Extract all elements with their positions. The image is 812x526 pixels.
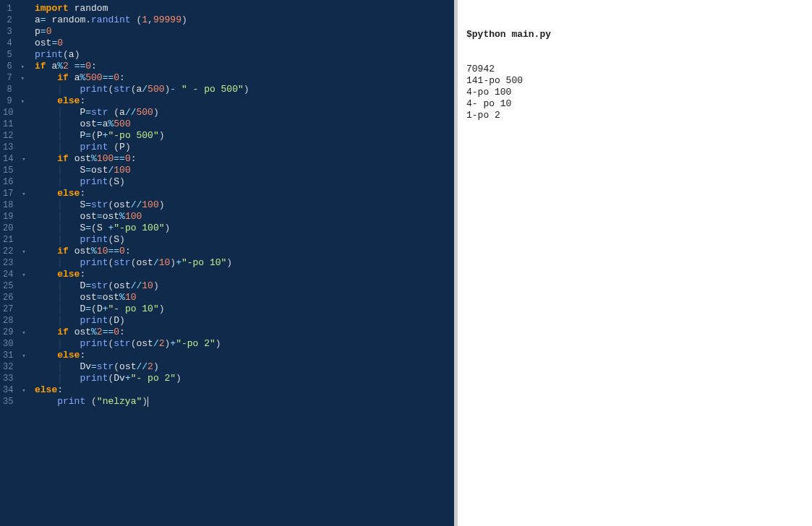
code-line[interactable]: if a%500==0: (35, 72, 450, 84)
line-number: 29 ▾ (3, 327, 25, 338)
fold-icon[interactable]: ▾ (20, 189, 26, 200)
output-line: 141-po 500 (466, 75, 803, 87)
line-number: 32 (3, 361, 25, 373)
code-line[interactable]: if ost%100==0: (35, 153, 450, 165)
code-line[interactable]: │ print(str(ost/2)+"-po 2") (35, 338, 450, 350)
code-line[interactable]: else: (35, 350, 450, 361)
code-line[interactable]: else: (35, 384, 450, 396)
code-line[interactable]: a= random.randint (1,99999) (35, 14, 450, 26)
line-number: 2 (3, 14, 25, 26)
code-line[interactable]: │ P=str (a//500) (35, 107, 450, 118)
line-number: 8 (3, 84, 25, 95)
line-number: 27 (3, 303, 25, 315)
code-line[interactable]: │ S=str(ost//100) (35, 199, 450, 211)
line-number: 14 ▾ (3, 153, 25, 165)
code-line[interactable]: ost=0 (35, 38, 450, 49)
output-command: $python main.py (466, 29, 803, 40)
output-pane[interactable]: $python main.py 70942141-po 5004-po 1004… (458, 0, 812, 526)
output-line: 4-po 100 (466, 87, 803, 98)
line-number: 11 (3, 118, 25, 130)
line-number: 12 (3, 130, 25, 142)
code-line[interactable]: │ D=(D+"- po 10") (35, 303, 450, 315)
fold-icon[interactable]: ▾ (20, 350, 26, 362)
code-line[interactable]: │ print(Dv+"- po 2") (35, 373, 450, 384)
line-number: 16 (3, 176, 25, 188)
editor-pane[interactable]: 1 2 3 4 5 6 ▾7 ▾8 9 ▾10 11 12 13 14 ▾15 … (0, 0, 454, 526)
code-line[interactable]: │ print(D) (35, 315, 450, 327)
line-number: 19 (3, 211, 25, 223)
code-line[interactable]: │ S=ost/100 (35, 165, 450, 176)
line-number: 1 (3, 3, 25, 14)
code-line[interactable]: │ print (P) (35, 142, 450, 153)
code-line[interactable]: │ ost=ost%10 (35, 292, 450, 303)
line-number: 28 (3, 315, 25, 327)
line-number: 20 (3, 223, 25, 234)
line-number: 26 (3, 292, 25, 303)
fold-icon[interactable]: ▾ (20, 246, 26, 258)
code-line[interactable]: if ost%2==0: (35, 327, 450, 338)
code-line[interactable]: if ost%10==0: (35, 246, 450, 257)
line-number: 4 (3, 38, 25, 49)
fold-icon[interactable]: ▾ (20, 385, 26, 397)
line-number: 22 ▾ (3, 246, 25, 257)
code-line[interactable]: print ("nelzya") (35, 396, 450, 408)
code-line[interactable]: │ D=str(ost//10) (35, 280, 450, 292)
code-line[interactable]: p=0 (35, 26, 450, 38)
line-number: 35 (3, 396, 25, 408)
output-line: 4- po 10 (466, 98, 803, 110)
line-number: 31 ▾ (3, 350, 25, 361)
line-number: 10 (3, 107, 25, 118)
code-line[interactable]: │ print(S) (35, 234, 450, 246)
code-line[interactable]: else: (35, 95, 450, 107)
code-line[interactable]: │ ost=a%500 (35, 118, 450, 130)
output-line: 1-po 2 (466, 110, 803, 121)
line-number: 17 ▾ (3, 188, 25, 199)
code-line[interactable]: │ Dv=str(ost//2) (35, 361, 450, 373)
line-number: 33 (3, 373, 25, 384)
fold-icon[interactable]: ▾ (20, 327, 26, 339)
line-number: 21 (3, 234, 25, 246)
code-line[interactable]: │ print(S) (35, 176, 450, 188)
line-number: 18 (3, 199, 25, 211)
code-line[interactable]: else: (35, 188, 450, 199)
line-number: 24 ▾ (3, 269, 25, 280)
code-line[interactable]: import random (35, 3, 450, 14)
output-lines: 70942141-po 5004-po 1004- po 101-po 2 (466, 64, 803, 121)
line-number: 15 (3, 165, 25, 176)
code-line[interactable]: │ print(str(a/500)- " - po 500") (35, 84, 450, 95)
line-number: 34 ▾ (3, 384, 25, 396)
code-line[interactable]: print(a) (35, 49, 450, 61)
code-area[interactable]: import randoma= random.randint (1,99999)… (30, 0, 454, 526)
fold-icon[interactable]: ▾ (19, 73, 25, 85)
line-number: 13 (3, 142, 25, 153)
line-number: 5 (3, 49, 25, 61)
code-line[interactable]: │ ost=ost%100 (35, 211, 450, 223)
line-number-gutter: 1 2 3 4 5 6 ▾7 ▾8 9 ▾10 11 12 13 14 ▾15 … (0, 0, 30, 526)
code-line[interactable]: if a%2 ==0: (35, 61, 450, 72)
fold-icon[interactable]: ▾ (20, 154, 26, 165)
line-number: 7 ▾ (3, 72, 25, 84)
output-line: 70942 (466, 64, 803, 75)
line-number: 6 ▾ (3, 61, 25, 72)
fold-icon[interactable]: ▾ (19, 61, 25, 73)
code-line[interactable]: │ P=(P+"-po 500") (35, 130, 450, 142)
line-number: 9 ▾ (3, 95, 25, 107)
line-number: 30 (3, 338, 25, 350)
fold-icon[interactable]: ▾ (20, 270, 26, 281)
code-line[interactable]: │ print(str(ost/10)+"-po 10") (35, 257, 450, 269)
line-number: 3 (3, 26, 25, 38)
line-number: 25 (3, 280, 25, 292)
line-number: 23 (3, 257, 25, 269)
fold-icon[interactable]: ▾ (19, 96, 25, 108)
code-line[interactable]: │ S=(S +"-po 100") (35, 223, 450, 234)
code-line[interactable]: else: (35, 269, 450, 280)
